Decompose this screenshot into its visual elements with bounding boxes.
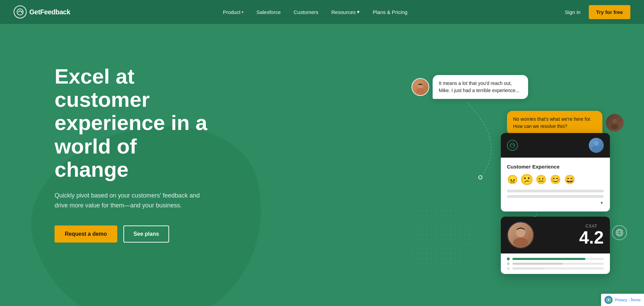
privacy-recaptcha-box: Privacy - Terms (601, 294, 644, 306)
privacy-link[interactable]: Privacy - Terms (615, 298, 641, 302)
reply-chat-bubble: No worries that's what we're here for. H… (507, 111, 602, 135)
emoji-bad[interactable]: 😕 (520, 173, 533, 186)
csat-label: CSAT (579, 224, 604, 229)
csat-number: 4.2 (579, 229, 604, 246)
csat-dot-1 (507, 258, 510, 260)
see-plans-button[interactable]: See plans (123, 225, 169, 243)
agent-avatar (606, 114, 624, 132)
csat-bar-track-2 (512, 263, 604, 265)
svg-point-12 (592, 146, 601, 152)
cx-card-body: Customer Experience 😠 😕 😐 😊 😄 ▼ (501, 158, 610, 212)
svg-point-14 (513, 238, 528, 247)
customer-avatar-icon (412, 79, 429, 95)
request-demo-button[interactable]: Request a demo (55, 225, 117, 243)
nav-salesforce[interactable]: Salesforce (252, 6, 285, 18)
svg-point-6 (418, 83, 423, 88)
logo-text: GetFeedback (29, 8, 70, 16)
hero-dots (405, 204, 474, 272)
csat-bar-track-3 (512, 267, 604, 269)
svg-point-7 (612, 119, 617, 123)
svg-point-2 (479, 176, 482, 179)
svg-point-1 (21, 11, 23, 13)
cx-card-title: Customer Experience (507, 164, 604, 170)
cx-dropdown-row: ▼ (507, 201, 604, 205)
csat-card-body (501, 253, 610, 274)
try-free-button[interactable]: Try for free (589, 5, 630, 19)
nav-resources[interactable]: Resources ▾ (327, 6, 365, 18)
incoming-chat: It means a lot that you'd reach out, Mik… (411, 75, 528, 99)
svg-point-15 (616, 229, 623, 236)
nav-actions: Sign in Try for free (560, 5, 630, 19)
svg-point-13 (516, 228, 525, 237)
cx-card-header (501, 133, 610, 158)
csat-card-header: CSAT 4.2 (501, 217, 610, 253)
emoji-rating-row: 😠 😕 😐 😊 😄 (507, 174, 604, 185)
hero-mockup: It means a lot that you'd reach out, Mik… (337, 24, 644, 306)
emoji-great[interactable]: 😄 (564, 174, 575, 185)
nav-links: Product ▾ Salesforce Customers Resources… (218, 6, 413, 18)
nav-product[interactable]: Product ▾ (218, 6, 249, 18)
emoji-very-bad[interactable]: 😠 (507, 174, 518, 185)
navbar: GetFeedback Product ▾ Salesforce Custome… (0, 0, 644, 24)
globe-icon (612, 225, 627, 240)
customer-avatar (411, 78, 429, 96)
svg-point-20 (608, 299, 610, 301)
svg-point-5 (416, 88, 424, 94)
hero-section: Excel at customer experience in a world … (0, 24, 644, 306)
csat-dot-2 (507, 262, 510, 265)
cx-agent-avatar (589, 138, 604, 153)
svg-point-16 (618, 229, 621, 236)
emoji-neutral[interactable]: 😐 (536, 174, 546, 185)
chevron-down-icon: ▼ (600, 201, 604, 205)
csat-score-display: CSAT 4.2 (579, 224, 604, 246)
recaptcha-icon (604, 296, 613, 304)
csat-card: CSAT 4.2 (501, 217, 610, 274)
cx-bar-1 (507, 190, 604, 192)
hero-subtitle: Quickly pivot based on your customers' f… (55, 191, 211, 210)
nav-plans[interactable]: Plans & Pricing (368, 6, 412, 18)
svg-point-10 (514, 145, 515, 146)
hero-buttons: Request a demo See plans (55, 225, 211, 243)
logo[interactable]: GetFeedback (14, 5, 70, 18)
svg-point-3 (533, 217, 537, 220)
incoming-chat-bubble: It means a lot that you'd reach out, Mik… (433, 75, 528, 99)
chevron-down-icon: ▾ (357, 9, 360, 15)
cx-bar-2 (507, 195, 604, 198)
nav-customers[interactable]: Customers (289, 6, 323, 18)
csat-person-avatar (507, 221, 534, 249)
emoji-good[interactable]: 😊 (550, 174, 561, 185)
svg-point-9 (510, 143, 515, 148)
svg-point-11 (594, 141, 599, 146)
csat-dot-3 (507, 267, 510, 270)
hero-title: Excel at customer experience in a world … (55, 65, 211, 181)
csat-bar-row-3 (507, 267, 604, 270)
svg-point-4 (418, 83, 423, 88)
csat-bar-row-1 (507, 258, 604, 260)
reply-chat: No worries that's what we're here for. H… (507, 111, 624, 135)
chevron-down-icon: ▾ (242, 10, 243, 14)
csat-bar-row-2 (507, 262, 604, 265)
getfeedback-logo-small (507, 140, 518, 151)
csat-bar-track-1 (512, 258, 604, 260)
svg-point-8 (611, 124, 618, 129)
logo-icon (14, 5, 27, 18)
csat-bars (507, 258, 604, 270)
sign-in-button[interactable]: Sign in (560, 6, 585, 18)
cx-card: Customer Experience 😠 😕 😐 😊 😄 ▼ (501, 133, 610, 212)
hero-content: Excel at customer experience in a world … (0, 24, 239, 263)
